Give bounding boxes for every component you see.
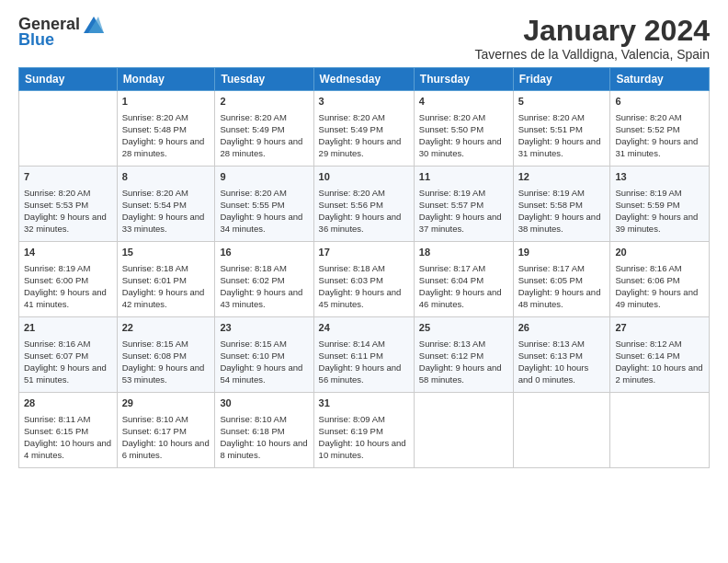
sunset-text: Sunset: 6:06 PM xyxy=(615,274,704,286)
sunrise-text: Sunrise: 8:12 AM xyxy=(615,338,704,350)
sunrise-text: Sunrise: 8:19 AM xyxy=(615,187,704,199)
calendar-cell: 7Sunrise: 8:20 AMSunset: 5:53 PMDaylight… xyxy=(19,167,118,242)
sunrise-text: Sunrise: 8:20 AM xyxy=(615,111,704,123)
weekday-header-sunday: Sunday xyxy=(19,68,118,91)
sunset-text: Sunset: 6:00 PM xyxy=(24,274,112,286)
daylight-text: Daylight: 9 hours and 33 minutes. xyxy=(122,211,210,236)
daylight-text: Daylight: 10 hours and 8 minutes. xyxy=(220,437,308,462)
daylight-text: Daylight: 10 hours and 6 minutes. xyxy=(122,437,210,462)
sunset-text: Sunset: 5:56 PM xyxy=(319,199,409,211)
sunset-text: Sunset: 6:14 PM xyxy=(615,350,704,362)
daylight-text: Daylight: 10 hours and 2 minutes. xyxy=(615,362,704,386)
day-number: 25 xyxy=(419,321,508,335)
calendar-table: SundayMondayTuesdayWednesdayThursdayFrid… xyxy=(18,67,710,468)
day-number: 24 xyxy=(319,321,409,335)
logo-icon xyxy=(84,17,104,33)
sunrise-text: Sunrise: 8:20 AM xyxy=(122,187,210,199)
sunset-text: Sunset: 6:03 PM xyxy=(319,274,409,286)
sunrise-text: Sunrise: 8:13 AM xyxy=(419,338,508,350)
title-block: January 2024 Tavernes de la Valldigna, V… xyxy=(474,15,710,62)
daylight-text: Daylight: 9 hours and 42 minutes. xyxy=(122,286,210,311)
page: General Blue January 2024 Tavernes de la… xyxy=(0,0,728,483)
daylight-text: Daylight: 10 hours and 0 minutes. xyxy=(518,362,606,386)
day-number: 29 xyxy=(122,396,210,410)
daylight-text: Daylight: 9 hours and 31 minutes. xyxy=(615,135,704,160)
daylight-text: Daylight: 9 hours and 43 minutes. xyxy=(220,286,308,311)
daylight-text: Daylight: 10 hours and 4 minutes. xyxy=(24,437,112,462)
sunset-text: Sunset: 6:15 PM xyxy=(24,425,112,437)
sunrise-text: Sunrise: 8:15 AM xyxy=(220,338,308,350)
day-number: 3 xyxy=(319,95,409,109)
daylight-text: Daylight: 9 hours and 31 minutes. xyxy=(518,135,606,160)
calendar-cell: 14Sunrise: 8:19 AMSunset: 6:00 PMDayligh… xyxy=(19,242,118,317)
sunset-text: Sunset: 6:02 PM xyxy=(220,274,308,286)
sunrise-text: Sunrise: 8:14 AM xyxy=(319,338,409,350)
calendar-cell: 4Sunrise: 8:20 AMSunset: 5:50 PMDaylight… xyxy=(414,91,513,167)
calendar-cell: 9Sunrise: 8:20 AMSunset: 5:55 PMDaylight… xyxy=(215,167,313,242)
calendar-cell: 30Sunrise: 8:10 AMSunset: 6:18 PMDayligh… xyxy=(215,393,313,468)
weekday-header-friday: Friday xyxy=(513,68,610,91)
day-number: 26 xyxy=(518,321,606,335)
daylight-text: Daylight: 9 hours and 48 minutes. xyxy=(518,286,606,311)
calendar-week-row: 7Sunrise: 8:20 AMSunset: 5:53 PMDaylight… xyxy=(19,167,710,242)
daylight-text: Daylight: 9 hours and 53 minutes. xyxy=(122,362,210,386)
calendar-cell: 29Sunrise: 8:10 AMSunset: 6:17 PMDayligh… xyxy=(117,393,215,468)
calendar-week-row: 1Sunrise: 8:20 AMSunset: 5:48 PMDaylight… xyxy=(19,91,710,167)
day-number: 22 xyxy=(122,321,210,335)
calendar-cell: 1Sunrise: 8:20 AMSunset: 5:48 PMDaylight… xyxy=(117,91,215,167)
daylight-text: Daylight: 9 hours and 39 minutes. xyxy=(615,211,704,236)
calendar-cell: 20Sunrise: 8:16 AMSunset: 6:06 PMDayligh… xyxy=(610,242,710,317)
calendar-cell xyxy=(610,393,710,468)
sunrise-text: Sunrise: 8:20 AM xyxy=(319,187,409,199)
day-number: 10 xyxy=(319,170,409,184)
sunrise-text: Sunrise: 8:20 AM xyxy=(319,111,409,123)
weekday-header-thursday: Thursday xyxy=(414,68,513,91)
day-number: 27 xyxy=(615,321,704,335)
sunrise-text: Sunrise: 8:19 AM xyxy=(518,187,606,199)
day-number: 28 xyxy=(24,396,112,410)
sunset-text: Sunset: 6:01 PM xyxy=(122,274,210,286)
calendar-cell: 17Sunrise: 8:18 AMSunset: 6:03 PMDayligh… xyxy=(313,242,414,317)
daylight-text: Daylight: 9 hours and 29 minutes. xyxy=(319,135,409,160)
header: General Blue January 2024 Tavernes de la… xyxy=(18,15,710,62)
calendar-cell: 10Sunrise: 8:20 AMSunset: 5:56 PMDayligh… xyxy=(313,167,414,242)
sunset-text: Sunset: 6:05 PM xyxy=(518,274,606,286)
calendar-cell: 21Sunrise: 8:16 AMSunset: 6:07 PMDayligh… xyxy=(19,317,118,393)
sunset-text: Sunset: 5:55 PM xyxy=(220,199,308,211)
sunset-text: Sunset: 6:10 PM xyxy=(220,350,308,362)
calendar-cell: 12Sunrise: 8:19 AMSunset: 5:58 PMDayligh… xyxy=(513,167,610,242)
calendar-week-row: 14Sunrise: 8:19 AMSunset: 6:00 PMDayligh… xyxy=(19,242,710,317)
daylight-text: Daylight: 9 hours and 34 minutes. xyxy=(220,211,308,236)
sunset-text: Sunset: 6:12 PM xyxy=(419,350,508,362)
day-number: 21 xyxy=(24,321,112,335)
sunset-text: Sunset: 5:59 PM xyxy=(615,199,704,211)
day-number: 18 xyxy=(419,246,508,259)
sunrise-text: Sunrise: 8:16 AM xyxy=(24,338,112,350)
day-number: 16 xyxy=(220,246,308,259)
day-number: 5 xyxy=(518,95,606,109)
daylight-text: Daylight: 9 hours and 32 minutes. xyxy=(24,211,112,236)
sunset-text: Sunset: 5:49 PM xyxy=(319,123,409,135)
calendar-cell: 5Sunrise: 8:20 AMSunset: 5:51 PMDaylight… xyxy=(513,91,610,167)
day-number: 23 xyxy=(220,321,308,335)
logo: General Blue xyxy=(18,15,104,50)
day-number: 7 xyxy=(24,170,112,184)
sunrise-text: Sunrise: 8:18 AM xyxy=(220,262,308,274)
sunrise-text: Sunrise: 8:19 AM xyxy=(24,262,112,274)
sunset-text: Sunset: 5:50 PM xyxy=(419,123,508,135)
sunrise-text: Sunrise: 8:09 AM xyxy=(319,413,409,425)
calendar-cell: 16Sunrise: 8:18 AMSunset: 6:02 PMDayligh… xyxy=(215,242,313,317)
sunrise-text: Sunrise: 8:20 AM xyxy=(220,111,308,123)
day-number: 2 xyxy=(220,95,308,109)
sunrise-text: Sunrise: 8:17 AM xyxy=(419,262,508,274)
daylight-text: Daylight: 9 hours and 46 minutes. xyxy=(419,286,508,311)
calendar-cell: 25Sunrise: 8:13 AMSunset: 6:12 PMDayligh… xyxy=(414,317,513,393)
sunset-text: Sunset: 6:07 PM xyxy=(24,350,112,362)
daylight-text: Daylight: 9 hours and 49 minutes. xyxy=(615,286,704,311)
weekday-header-wednesday: Wednesday xyxy=(313,68,414,91)
calendar-cell: 26Sunrise: 8:13 AMSunset: 6:13 PMDayligh… xyxy=(513,317,610,393)
weekday-header-tuesday: Tuesday xyxy=(215,68,313,91)
day-number: 12 xyxy=(518,170,606,184)
day-number: 14 xyxy=(24,246,112,259)
sunrise-text: Sunrise: 8:10 AM xyxy=(122,413,210,425)
